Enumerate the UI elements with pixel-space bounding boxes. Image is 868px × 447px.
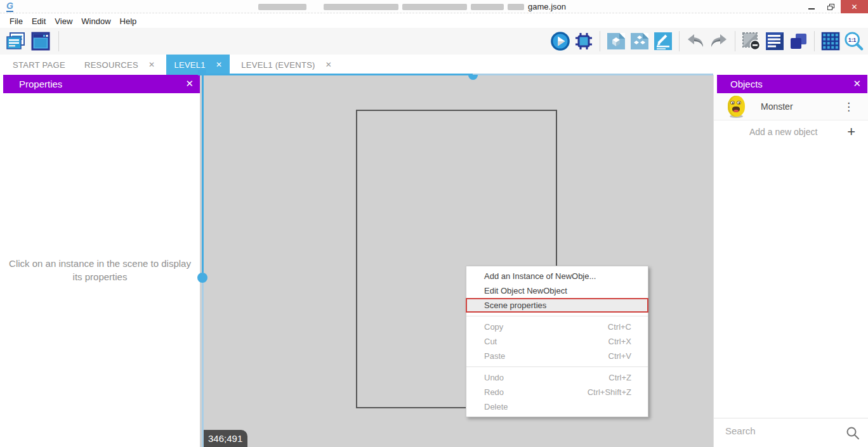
tab-resources[interactable]: RESOURCES ✕ bbox=[77, 55, 162, 75]
tab-close-icon[interactable]: ✕ bbox=[216, 60, 222, 69]
menu-item-shortcut: Ctrl+X bbox=[608, 334, 631, 349]
debug-icon[interactable] bbox=[574, 31, 594, 51]
vertical-scrollbar-track[interactable] bbox=[202, 283, 204, 447]
close-icon: ✕ bbox=[851, 3, 857, 11]
window-title: game.json bbox=[528, 2, 566, 11]
menu-edit[interactable]: Edit bbox=[27, 16, 50, 26]
menu-separator bbox=[466, 366, 648, 367]
menu-item-label: Delete bbox=[484, 399, 508, 414]
search-icon[interactable] bbox=[845, 425, 860, 443]
objects-panel-header: Objects ✕ bbox=[717, 75, 867, 93]
redacted-title-block bbox=[402, 4, 467, 10]
toggle-mask-icon[interactable] bbox=[741, 31, 761, 51]
toolbar-separator bbox=[679, 31, 680, 51]
context-menu: Add an Instance of NewObje... Edit Objec… bbox=[466, 266, 648, 417]
add-object-row[interactable]: Add a new object + bbox=[714, 120, 868, 143]
plus-icon[interactable]: + bbox=[847, 124, 855, 140]
menu-item-label: Cut bbox=[484, 334, 497, 349]
add-object-document-icon[interactable] bbox=[606, 31, 626, 51]
project-manager-icon[interactable] bbox=[5, 31, 25, 51]
menu-item-label: Scene properties bbox=[484, 299, 546, 311]
toolbar-separator bbox=[58, 31, 59, 51]
properties-panel-title: Properties bbox=[19, 79, 62, 89]
window-controls: ✕ bbox=[801, 0, 868, 13]
menu-item-shortcut: Ctrl+V bbox=[608, 349, 631, 363]
close-panel-icon[interactable]: ✕ bbox=[185, 78, 194, 89]
minimize-button[interactable] bbox=[801, 0, 821, 13]
grid-icon[interactable] bbox=[820, 31, 841, 51]
vertical-scrollbar[interactable] bbox=[202, 70, 204, 273]
menu-item-cut[interactable]: Cut Ctrl+X bbox=[466, 334, 648, 349]
menu-view[interactable]: View bbox=[50, 16, 77, 26]
redacted-title-block bbox=[324, 4, 398, 10]
toolbar-separator bbox=[735, 31, 735, 51]
menu-item-shortcut: Ctrl+Z bbox=[608, 370, 631, 385]
title-bar: G game.json ✕ bbox=[0, 0, 868, 13]
menu-file[interactable]: File bbox=[5, 16, 27, 26]
redacted-title-block bbox=[471, 4, 504, 10]
tab-label: RESOURCES bbox=[84, 60, 138, 70]
toolbar-separator bbox=[814, 31, 815, 51]
minimize-icon bbox=[808, 8, 815, 10]
tab-label: LEVEL1 (EVENTS) bbox=[241, 60, 315, 70]
objects-search-bar bbox=[714, 418, 868, 447]
toolbar: 1:1 bbox=[0, 28, 868, 55]
tab-close-icon[interactable]: ✕ bbox=[326, 60, 332, 69]
horizontal-scrollbar[interactable] bbox=[200, 74, 473, 75]
close-panel-icon[interactable]: ✕ bbox=[853, 78, 861, 89]
tab-close-icon[interactable]: ✕ bbox=[148, 60, 155, 69]
menu-item-scene-properties[interactable]: Scene properties bbox=[466, 298, 648, 313]
instances-list-icon[interactable] bbox=[765, 31, 785, 51]
menu-item-label: Copy bbox=[484, 320, 503, 334]
menu-item-paste[interactable]: Paste Ctrl+V bbox=[466, 349, 648, 363]
tab-start-page[interactable]: START PAGE bbox=[5, 55, 73, 75]
filter-icon[interactable] bbox=[822, 81, 834, 88]
menu-help[interactable]: Help bbox=[115, 16, 141, 26]
tab-level1-events[interactable]: LEVEL1 (EVENTS) ✕ bbox=[233, 55, 339, 75]
add-objects-group-icon[interactable] bbox=[629, 31, 650, 51]
vertical-scrollbar-thumb[interactable] bbox=[197, 273, 207, 283]
cursor-coordinates: 346;491 bbox=[203, 430, 247, 447]
add-object-label: Add a new object bbox=[749, 127, 817, 137]
preview-window-icon[interactable] bbox=[30, 31, 51, 51]
svg-text:1:1: 1:1 bbox=[848, 37, 857, 43]
menu-item-add-instance[interactable]: Add an Instance of NewObje... bbox=[466, 269, 648, 283]
toolbar-separator bbox=[600, 31, 600, 51]
menu-bar: File Edit View Window Help bbox=[0, 14, 868, 28]
close-button[interactable]: ✕ bbox=[841, 0, 868, 13]
horizontal-scrollbar-track[interactable] bbox=[473, 74, 713, 75]
object-row-monster[interactable]: Monster ⋮ bbox=[714, 93, 868, 120]
menu-item-label: Undo bbox=[484, 370, 504, 385]
menu-item-label: Edit Object NewObject bbox=[484, 283, 567, 298]
restore-icon bbox=[827, 4, 834, 10]
tab-bar: START PAGE RESOURCES ✕ LEVEL1 ✕ LEVEL1 (… bbox=[0, 55, 868, 75]
menu-window[interactable]: Window bbox=[77, 16, 115, 26]
redo-icon[interactable] bbox=[709, 31, 729, 51]
undo-icon[interactable] bbox=[685, 31, 706, 51]
properties-panel: Properties ✕ Click on an instance in the… bbox=[0, 75, 200, 447]
redacted-title-block bbox=[508, 4, 524, 10]
menu-item-redo[interactable]: Redo Ctrl+Shift+Z bbox=[466, 385, 648, 399]
search-input[interactable] bbox=[725, 425, 839, 436]
menu-item-delete[interactable]: Delete bbox=[466, 399, 648, 414]
object-name: Monster bbox=[761, 101, 793, 112]
objects-panel-title: Objects bbox=[730, 79, 763, 89]
menu-item-undo[interactable]: Undo Ctrl+Z bbox=[466, 370, 648, 385]
menu-separator bbox=[466, 316, 648, 316]
more-options-icon[interactable]: ⋮ bbox=[843, 100, 854, 113]
menu-item-copy[interactable]: Copy Ctrl+C bbox=[466, 320, 648, 334]
menu-item-shortcut: Ctrl+C bbox=[608, 320, 631, 334]
play-preview-icon[interactable] bbox=[550, 31, 570, 51]
properties-panel-header: Properties ✕ bbox=[3, 75, 200, 93]
restore-button[interactable] bbox=[821, 0, 841, 13]
redacted-title-block bbox=[258, 4, 306, 10]
monster-thumbnail-icon bbox=[728, 96, 745, 118]
edit-scene-properties-icon[interactable] bbox=[653, 31, 673, 51]
gdevelop-logo-icon: G bbox=[6, 1, 13, 12]
objects-panel: Objects ✕ Monster ⋮ Add a new object + bbox=[713, 75, 868, 447]
zoom-one-to-one-icon[interactable]: 1:1 bbox=[844, 31, 864, 51]
menu-item-edit-object[interactable]: Edit Object NewObject bbox=[466, 283, 648, 298]
menu-item-shortcut: Ctrl+Shift+Z bbox=[588, 385, 631, 399]
tab-label: LEVEL1 bbox=[174, 60, 206, 70]
layers-icon[interactable] bbox=[788, 31, 808, 51]
